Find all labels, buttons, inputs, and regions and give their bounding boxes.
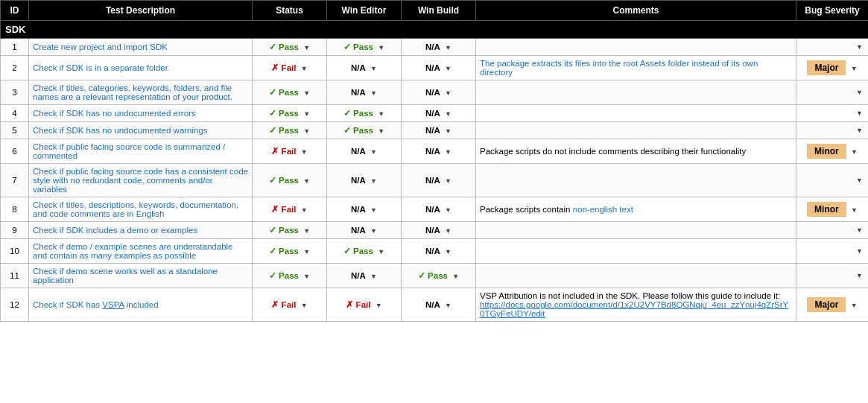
table-row: 1Create new project and import SDK✓ Pass… bbox=[1, 39, 869, 56]
row-status[interactable]: ✓ Pass ▼ bbox=[253, 122, 327, 139]
row-description: Check if SDK has no undocumented warning… bbox=[29, 122, 253, 139]
row-id: 7 bbox=[1, 164, 29, 197]
row-status[interactable]: ✓ Pass ▼ bbox=[253, 39, 327, 56]
row-win-editor[interactable]: ✓ Pass ▼ bbox=[327, 239, 402, 264]
row-win-editor[interactable]: ✗ Fail ▼ bbox=[327, 288, 402, 322]
row-description: Check if SDK has VSPA included bbox=[29, 288, 253, 322]
row-win-build[interactable]: N/A ▼ bbox=[402, 139, 476, 164]
row-description: Check if SDK includes a demo or examples bbox=[29, 222, 253, 239]
row-bug-severity[interactable]: Minor ▼ bbox=[796, 197, 869, 222]
row-bug-severity[interactable]: Major ▼ bbox=[796, 56, 869, 80]
row-comment bbox=[476, 105, 796, 122]
row-description: Check if demo scene works well as a stan… bbox=[29, 264, 253, 288]
row-status[interactable]: ✓ Pass ▼ bbox=[253, 239, 327, 264]
row-id: 6 bbox=[1, 139, 29, 164]
table-row: 12Check if SDK has VSPA included✗ Fail ▼… bbox=[1, 288, 869, 322]
row-id: 12 bbox=[1, 288, 29, 322]
row-id: 3 bbox=[1, 80, 29, 105]
row-win-editor[interactable]: ✓ Pass ▼ bbox=[327, 122, 402, 139]
header-win-build: Win Build bbox=[402, 1, 476, 21]
row-status[interactable]: ✗ Fail ▼ bbox=[253, 197, 327, 222]
table-row: 4Check if SDK has no undocumented errors… bbox=[1, 105, 869, 122]
row-id: 8 bbox=[1, 197, 29, 222]
row-win-editor[interactable]: ✓ Pass ▼ bbox=[327, 39, 402, 56]
row-win-editor[interactable]: N/A ▼ bbox=[327, 222, 402, 239]
row-id: 11 bbox=[1, 264, 29, 288]
row-bug-severity[interactable]: ▼ bbox=[796, 239, 869, 264]
row-description: Create new project and import SDK bbox=[29, 39, 253, 56]
row-status[interactable]: ✗ Fail ▼ bbox=[253, 288, 327, 322]
row-win-editor[interactable]: N/A ▼ bbox=[327, 80, 402, 105]
row-status[interactable]: ✓ Pass ▼ bbox=[253, 164, 327, 197]
row-bug-severity[interactable]: ▼ bbox=[796, 222, 869, 239]
table-row: 10Check if demo / example scenes are und… bbox=[1, 239, 869, 264]
row-bug-severity[interactable]: ▼ bbox=[796, 122, 869, 139]
row-win-build[interactable]: N/A ▼ bbox=[402, 56, 476, 80]
row-status[interactable]: ✓ Pass ▼ bbox=[253, 80, 327, 105]
row-description: Check if titles, descriptions, keywords,… bbox=[29, 197, 253, 222]
row-bug-severity[interactable]: ▼ bbox=[796, 39, 869, 56]
row-win-editor[interactable]: N/A ▼ bbox=[327, 264, 402, 288]
sdk-label: SDK bbox=[1, 21, 869, 39]
row-description: Check if public facing source code is su… bbox=[29, 139, 253, 164]
row-win-build[interactable]: N/A ▼ bbox=[402, 39, 476, 56]
row-bug-severity[interactable]: Major ▼ bbox=[796, 288, 869, 322]
row-win-build[interactable]: N/A ▼ bbox=[402, 164, 476, 197]
row-comment bbox=[476, 264, 796, 288]
row-comment bbox=[476, 80, 796, 105]
row-description: Check if demo / example scenes are under… bbox=[29, 239, 253, 264]
header-win-editor: Win Editor bbox=[327, 1, 402, 21]
row-comment bbox=[476, 39, 796, 56]
row-bug-severity[interactable]: ▼ bbox=[796, 105, 869, 122]
header-row: ID Test Description Status Win Editor Wi… bbox=[1, 1, 869, 21]
row-comment bbox=[476, 122, 796, 139]
row-win-build[interactable]: N/A ▼ bbox=[402, 288, 476, 322]
row-status[interactable]: ✗ Fail ▼ bbox=[253, 56, 327, 80]
row-win-build[interactable]: N/A ▼ bbox=[402, 105, 476, 122]
row-win-build[interactable]: N/A ▼ bbox=[402, 197, 476, 222]
table-row: 8Check if titles, descriptions, keywords… bbox=[1, 197, 869, 222]
row-comment: Package scripts do not include comments … bbox=[476, 139, 796, 164]
row-comment: The package extracts its files into the … bbox=[476, 56, 796, 80]
row-status[interactable]: ✓ Pass ▼ bbox=[253, 264, 327, 288]
row-win-build[interactable]: N/A ▼ bbox=[402, 80, 476, 105]
row-bug-severity[interactable]: ▼ bbox=[796, 264, 869, 288]
table-row: 9Check if SDK includes a demo or example… bbox=[1, 222, 869, 239]
row-bug-severity[interactable]: ▼ bbox=[796, 80, 869, 105]
row-win-editor[interactable]: N/A ▼ bbox=[327, 139, 402, 164]
header-bug-severity: Bug Severity bbox=[796, 1, 869, 21]
table-row: 2Check if SDK is in a separate folder✗ F… bbox=[1, 56, 869, 80]
header-desc: Test Description bbox=[29, 1, 253, 21]
sdk-group-row: SDK bbox=[1, 21, 869, 39]
row-comment bbox=[476, 222, 796, 239]
row-win-build[interactable]: N/A ▼ bbox=[402, 222, 476, 239]
row-win-build[interactable]: N/A ▼ bbox=[402, 122, 476, 139]
row-id: 4 bbox=[1, 105, 29, 122]
row-comment: Package scripts contain non-english text bbox=[476, 197, 796, 222]
table-row: 7Check if public facing source code has … bbox=[1, 164, 869, 197]
row-bug-severity[interactable]: ▼ bbox=[796, 164, 869, 197]
header-id: ID bbox=[1, 1, 29, 21]
row-status[interactable]: ✓ Pass ▼ bbox=[253, 105, 327, 122]
header-status: Status bbox=[253, 1, 327, 21]
row-description: Check if SDK is in a separate folder bbox=[29, 56, 253, 80]
row-description: Check if titles, categories, keywords, f… bbox=[29, 80, 253, 105]
row-win-build[interactable]: ✓ Pass ▼ bbox=[402, 264, 476, 288]
row-id: 9 bbox=[1, 222, 29, 239]
main-table-container: ID Test Description Status Win Editor Wi… bbox=[0, 0, 868, 322]
row-description: Check if public facing source code has a… bbox=[29, 164, 253, 197]
row-status[interactable]: ✓ Pass ▼ bbox=[253, 222, 327, 239]
row-comment: VSP Attribution is not included in the S… bbox=[476, 288, 796, 322]
row-bug-severity[interactable]: Minor ▼ bbox=[796, 139, 869, 164]
table-row: 5Check if SDK has no undocumented warnin… bbox=[1, 122, 869, 139]
test-results-table: ID Test Description Status Win Editor Wi… bbox=[0, 0, 868, 322]
row-win-editor[interactable]: N/A ▼ bbox=[327, 56, 402, 80]
row-win-editor[interactable]: N/A ▼ bbox=[327, 164, 402, 197]
row-win-editor[interactable]: N/A ▼ bbox=[327, 197, 402, 222]
row-win-build[interactable]: N/A ▼ bbox=[402, 239, 476, 264]
row-status[interactable]: ✗ Fail ▼ bbox=[253, 139, 327, 164]
row-comment bbox=[476, 239, 796, 264]
row-win-editor[interactable]: ✓ Pass ▼ bbox=[327, 105, 402, 122]
row-comment bbox=[476, 164, 796, 197]
table-row: 11Check if demo scene works well as a st… bbox=[1, 264, 869, 288]
